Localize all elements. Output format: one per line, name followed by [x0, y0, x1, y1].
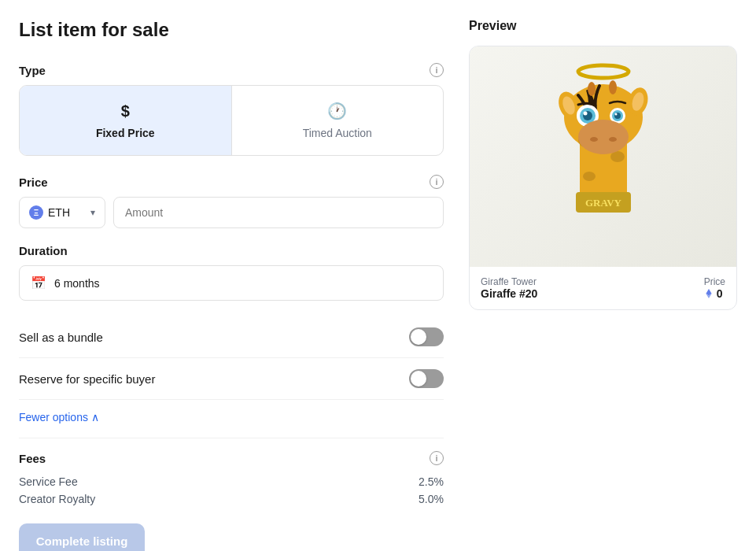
preview-info: Giraffe Tower Giraffe #20 Price 0 [470, 267, 736, 309]
fee-royalty-value: 5.0% [419, 493, 444, 505]
toggles-container: Sell as a bundle Reserve for specific bu… [19, 316, 444, 400]
fee-service-value: 2.5% [419, 475, 444, 488]
eth-logo: Ξ [29, 205, 43, 220]
preview-image: GRAVY [470, 46, 736, 267]
preview-collection: Giraffe Tower [481, 276, 537, 287]
fewer-options-button[interactable]: Fewer options ∧ [19, 400, 99, 435]
preview-card: GRAVY Giraffe Tower Giraffe #20 Price 0 [469, 46, 737, 310]
fees-info-icon[interactable]: i [430, 451, 444, 465]
duration-section: Duration 📅 6 months [19, 244, 444, 301]
price-label: Price [19, 176, 48, 189]
svg-point-22 [609, 137, 617, 142]
type-info-icon[interactable]: i [430, 63, 444, 77]
duration-value: 6 months [54, 277, 100, 290]
preview-nft-info: Giraffe Tower Giraffe #20 [481, 276, 537, 300]
toggle-reserve-row: Reserve for specific buyer [19, 358, 444, 400]
currency-label: ETH [48, 206, 70, 219]
svg-point-19 [614, 113, 617, 116]
calendar-icon: 📅 [31, 276, 46, 290]
toggle-reserve-label: Reserve for specific buyer [19, 372, 155, 386]
fee-royalty-name: Creator Royalty [19, 493, 95, 505]
clock-icon: 🕐 [327, 102, 347, 120]
fee-row-service: Service Fee 2.5% [19, 473, 444, 490]
page-title: List item for sale [19, 19, 444, 41]
chevron-up-icon: ∧ [91, 411, 99, 423]
toggle-bundle-knob [411, 329, 426, 345]
dollar-icon: $ [121, 102, 130, 120]
svg-point-15 [583, 112, 587, 116]
type-label: Type i [19, 63, 444, 77]
preview-nft-name: Giraffe #20 [481, 287, 537, 300]
giraffe-illustration: GRAVY [525, 54, 682, 259]
currency-dropdown[interactable]: Ξ ETH ▾ [19, 197, 105, 228]
duration-label: Duration [19, 244, 68, 257]
price-section: Price i Ξ ETH ▾ [19, 175, 444, 228]
right-panel: Preview [469, 19, 737, 551]
toggle-reserve[interactable] [409, 369, 444, 388]
fees-section: Fees i Service Fee 2.5% Creator Royalty … [19, 445, 444, 508]
svg-point-5 [583, 172, 596, 181]
fee-service-name: Service Fee [19, 475, 78, 488]
type-fixed-price[interactable]: $ Fixed Price [20, 86, 232, 155]
type-timed-auction[interactable]: 🕐 Timed Auction [232, 86, 444, 155]
svg-point-0 [578, 65, 629, 78]
svg-point-21 [590, 137, 598, 142]
price-row: Ξ ETH ▾ [19, 197, 444, 228]
left-panel: List item for sale Type i $ Fixed Price … [19, 19, 444, 551]
duration-picker[interactable]: 📅 6 months [19, 265, 444, 301]
toggle-bundle-label: Sell as a bundle [19, 331, 103, 344]
eth-price-icon [704, 289, 714, 298]
chevron-down-icon: ▾ [90, 207, 95, 218]
price-info-icon[interactable]: i [430, 175, 444, 189]
toggle-reserve-knob [411, 371, 426, 386]
preview-title: Preview [469, 19, 737, 33]
fees-label: Fees [19, 452, 46, 465]
svg-text:GRAVY: GRAVY [585, 197, 622, 209]
divider [19, 438, 444, 438]
preview-price-label: Price [704, 276, 725, 287]
svg-point-11 [609, 80, 617, 94]
toggle-bundle-row: Sell as a bundle [19, 316, 444, 358]
fee-row-royalty: Creator Royalty 5.0% [19, 490, 444, 508]
preview-price-info: Price 0 [704, 276, 725, 300]
svg-point-10 [588, 82, 596, 96]
type-selector: $ Fixed Price 🕐 Timed Auction [19, 85, 444, 156]
amount-input[interactable] [113, 197, 444, 228]
preview-price-value: 0 [704, 287, 725, 300]
toggle-bundle[interactable] [409, 327, 444, 346]
complete-listing-button[interactable]: Complete listing [19, 523, 145, 551]
svg-point-20 [578, 120, 629, 154]
